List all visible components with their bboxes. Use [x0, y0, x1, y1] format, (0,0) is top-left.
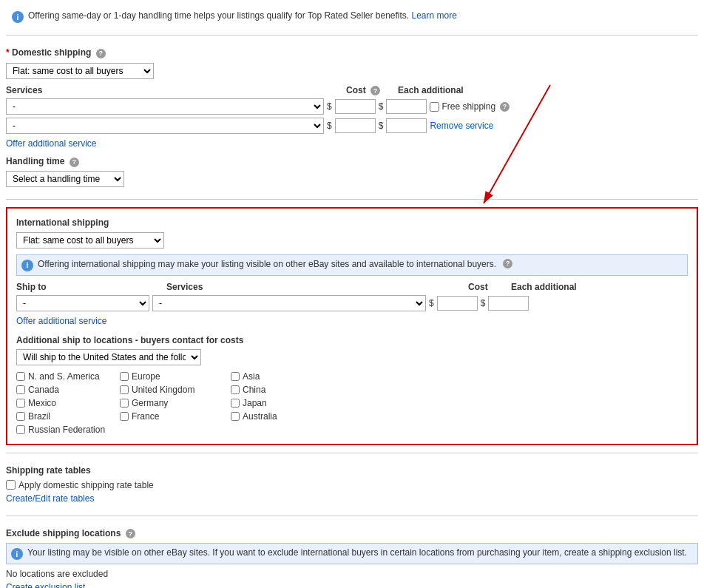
domestic-shipping-type-select[interactable]: Flat: same cost to all buyers Calculated… [6, 63, 154, 79]
service-row-1: - $ $ Free shipping ? [6, 98, 698, 115]
exclude-info-icon: i [11, 548, 23, 560]
shipping-rate-label: Shipping rate tables [6, 465, 698, 476]
learn-more-link[interactable]: Learn more [412, 10, 457, 21]
ship-to-checkboxes: N. and S. America Europe Asia Canada [16, 371, 688, 435]
top-divider [6, 35, 698, 36]
rate-checkbox-row: Apply domestic shipping rate table [6, 480, 698, 490]
apply-rate-table-checkbox[interactable] [6, 480, 16, 490]
checkbox-russia: Russian Federation [16, 425, 112, 435]
handling-time-label: Handling time ? [6, 156, 698, 167]
intl-each-col-header: Each additional [511, 282, 577, 292]
checkbox-uk-input[interactable] [120, 385, 129, 394]
domestic-shipping-section: * Domestic shipping ? Flat: same cost to… [6, 41, 698, 193]
cost-input-2[interactable] [335, 118, 376, 133]
checkbox-france: France [120, 411, 223, 422]
exclude-info-banner: i Your listing may be visible on other e… [6, 543, 698, 564]
handling-time-section: Handling time ? Select a handling time S… [6, 156, 698, 187]
intl-info-text: Offering international shipping may make… [38, 259, 496, 269]
checkbox-japan: Japan [231, 398, 327, 408]
checkbox-germany-input[interactable] [120, 399, 129, 408]
checkbox-asia: Asia [231, 371, 327, 382]
intl-service-select[interactable]: - [152, 295, 426, 311]
cost-input-1[interactable] [335, 99, 376, 114]
cost-help-icon[interactable]: ? [370, 86, 380, 95]
no-locations-text: No locations are excluded [6, 569, 698, 579]
each-input-2[interactable] [386, 118, 427, 133]
additional-ship-section: Additional ship to locations - buyers co… [16, 335, 688, 435]
checkbox-canada-input[interactable] [16, 385, 25, 394]
each-input-1[interactable] [386, 99, 427, 114]
bottom-divider-1 [6, 453, 698, 453]
checkbox-france-input[interactable] [120, 412, 129, 421]
international-shipping-label: International shipping [16, 217, 688, 228]
shipping-rate-tables-section: Shipping rate tables Apply domestic ship… [6, 459, 698, 510]
create-exclusion-link[interactable]: Create exclusion list [6, 582, 85, 588]
top-info-banner: i Offering same-day or 1-day handling ti… [6, 6, 698, 27]
checkbox-japan-input[interactable] [231, 399, 240, 408]
international-shipping-type-select[interactable]: Flat: same cost to all buyers Calculated… [16, 232, 164, 249]
will-ship-select[interactable]: Will ship to the United States and the f… [16, 349, 201, 365]
checkbox-china-input[interactable] [231, 385, 240, 394]
checkbox-australia-input[interactable] [231, 412, 240, 421]
page-wrapper: i Offering same-day or 1-day handling ti… [0, 0, 704, 588]
checkbox-mexico-input[interactable] [16, 399, 25, 408]
ship-to-col-header: Ship to [16, 282, 160, 292]
additional-ship-label: Additional ship to locations - buyers co… [16, 335, 688, 345]
exclude-info-text: Your listing may be visible on other eBa… [27, 547, 687, 558]
free-shipping-checkbox-1[interactable] [430, 102, 439, 112]
exclude-help-icon[interactable]: ? [126, 529, 135, 538]
intl-info-help-icon[interactable]: ? [503, 259, 512, 268]
checkbox-australia: Australia [231, 411, 327, 422]
top-info-text: Offering same-day or 1-day handling time… [28, 10, 457, 21]
services-col-header: Services [6, 85, 331, 95]
exclude-shipping-section: Exclude shipping locations ? i Your list… [6, 522, 698, 589]
handling-time-select[interactable]: Select a handling time Same day 1 busine… [6, 171, 124, 187]
offer-additional-domestic-link[interactable]: Offer additional service [6, 138, 97, 149]
services-header: Services Cost ? Each additional [6, 85, 698, 96]
intl-cost-input[interactable] [437, 296, 478, 311]
international-wrapper: International shipping Flat: same cost t… [6, 207, 698, 445]
checkbox-germany: Germany [120, 398, 223, 408]
cost-col-header: Cost ? [331, 85, 398, 96]
checkbox-n-s-america-input[interactable] [16, 372, 25, 381]
intl-each-input[interactable] [488, 296, 529, 311]
intl-info-icon: i [21, 260, 33, 271]
checkbox-n-s-america: N. and S. America [16, 371, 112, 382]
domestic-shipping-label: * Domestic shipping ? [6, 47, 698, 58]
intl-services-col-header: Services [166, 282, 447, 292]
intl-cost-col-header: Cost [453, 282, 505, 292]
checkbox-mexico: Mexico [16, 398, 112, 408]
checkbox-russia-input[interactable] [16, 425, 25, 434]
service-row-2: - $ $ Remove service [6, 118, 698, 134]
intl-ship-to-row: - - $ $ [16, 295, 688, 311]
checkbox-brazil: Brazil [16, 411, 112, 422]
checkbox-europe-input[interactable] [120, 372, 129, 381]
handling-help-icon[interactable]: ? [70, 158, 79, 167]
checkbox-uk: United Kingdom [120, 385, 223, 395]
offer-additional-intl-link[interactable]: Offer additional service [16, 316, 107, 326]
international-shipping-section: International shipping Flat: same cost t… [6, 207, 698, 445]
checkbox-brazil-input[interactable] [16, 412, 25, 421]
apply-rate-label: Apply domestic shipping rate table [18, 480, 154, 490]
create-edit-rate-tables-link[interactable]: Create/Edit rate tables [6, 493, 94, 504]
info-icon: i [12, 11, 24, 23]
exclude-shipping-label: Exclude shipping locations ? [6, 528, 698, 539]
remove-service-link[interactable]: Remove service [430, 121, 493, 131]
service-select-2[interactable]: - [6, 118, 324, 134]
intl-table-header: Ship to Services Cost Each additional [16, 282, 688, 292]
domestic-shipping-help-icon[interactable]: ? [96, 49, 106, 58]
bottom-divider-2 [6, 516, 698, 516]
free-shipping-label-1: Free shipping ? [430, 101, 510, 112]
each-col-header: Each additional [398, 85, 464, 95]
required-star: * [6, 47, 10, 58]
free-shipping-help-icon[interactable]: ? [500, 102, 510, 112]
international-info-banner: i Offering international shipping may ma… [16, 254, 688, 276]
checkbox-china: China [231, 385, 327, 395]
service-select-1[interactable]: - [6, 98, 324, 115]
checkbox-europe: Europe [120, 371, 223, 382]
checkbox-asia-input[interactable] [231, 372, 240, 381]
checkbox-canada: Canada [16, 385, 112, 395]
domestic-services-table: Services Cost ? Each additional - $ $ Fr [6, 85, 698, 135]
ship-to-select[interactable]: - [16, 295, 149, 311]
middle-divider [6, 199, 698, 200]
